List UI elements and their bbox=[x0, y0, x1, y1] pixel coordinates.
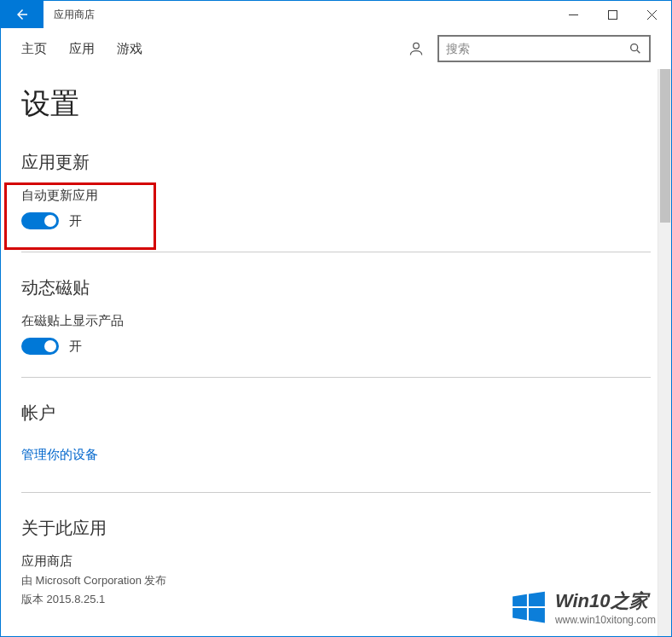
auto-update-state: 开 bbox=[69, 213, 82, 229]
svg-rect-1 bbox=[608, 10, 617, 19]
toggle-knob bbox=[44, 340, 56, 352]
window-controls bbox=[553, 1, 671, 28]
scrollbar[interactable] bbox=[658, 69, 671, 636]
nav-apps[interactable]: 应用 bbox=[69, 41, 95, 57]
back-button[interactable] bbox=[1, 1, 43, 28]
show-products-toggle[interactable] bbox=[21, 338, 59, 355]
page-heading: 设置 bbox=[21, 84, 651, 124]
svg-point-3 bbox=[631, 44, 638, 51]
search-input[interactable] bbox=[446, 42, 629, 55]
divider bbox=[21, 377, 651, 378]
minimize-button[interactable] bbox=[553, 1, 593, 28]
nav-games[interactable]: 游戏 bbox=[117, 41, 142, 57]
svg-line-4 bbox=[637, 50, 640, 53]
nav-bar: 主页 应用 游戏 bbox=[1, 28, 671, 69]
person-icon bbox=[408, 40, 425, 57]
main-content: 设置 应用更新 自动更新应用 开 动态磁贴 在磁贴上显示产品 开 帐户 管理你的… bbox=[1, 69, 671, 636]
about-version: 版本 2015.8.25.1 bbox=[21, 592, 651, 607]
show-products-state: 开 bbox=[69, 339, 82, 355]
svg-rect-0 bbox=[569, 14, 578, 15]
close-icon bbox=[647, 10, 657, 20]
manage-devices-link[interactable]: 管理你的设备 bbox=[21, 447, 98, 463]
section-live-tile-title: 动态磁贴 bbox=[21, 276, 651, 299]
auto-update-toggle[interactable] bbox=[21, 212, 59, 229]
toggle-knob bbox=[44, 215, 56, 227]
nav-home[interactable]: 主页 bbox=[21, 41, 47, 57]
close-button[interactable] bbox=[632, 1, 671, 28]
section-about-title: 关于此应用 bbox=[21, 517, 651, 540]
search-icon[interactable] bbox=[629, 42, 642, 55]
auto-update-label: 自动更新应用 bbox=[21, 188, 651, 204]
about-publisher: 由 Microsoft Corporation 发布 bbox=[21, 573, 651, 588]
section-account-title: 帐户 bbox=[21, 402, 651, 425]
search-box[interactable] bbox=[437, 35, 651, 62]
divider bbox=[21, 252, 651, 252]
about-app-name: 应用商店 bbox=[21, 553, 651, 570]
show-products-label: 在磁贴上显示产品 bbox=[21, 313, 651, 329]
svg-point-2 bbox=[414, 43, 420, 49]
arrow-left-icon bbox=[14, 7, 30, 22]
titlebar: 应用商店 bbox=[1, 1, 671, 28]
minimize-icon bbox=[569, 10, 578, 20]
divider bbox=[21, 492, 651, 493]
scroll-thumb[interactable] bbox=[660, 69, 670, 223]
profile-button[interactable] bbox=[398, 40, 434, 57]
window-title: 应用商店 bbox=[43, 1, 553, 28]
section-app-updates-title: 应用更新 bbox=[21, 151, 651, 174]
maximize-icon bbox=[608, 10, 617, 20]
maximize-button[interactable] bbox=[593, 1, 632, 28]
